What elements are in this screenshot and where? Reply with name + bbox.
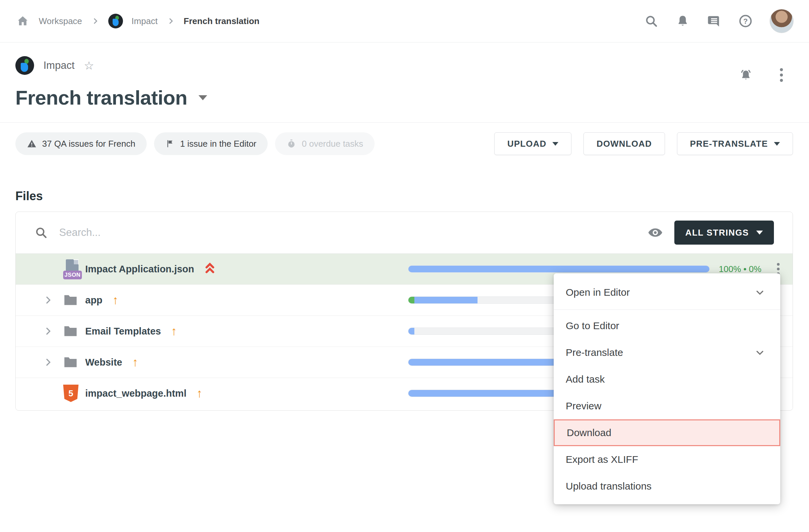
- file-name: app: [85, 295, 103, 306]
- menu-item-label: Open in Editor: [566, 287, 630, 298]
- pretranslate-label: PRE-TRANSLATE: [690, 139, 768, 149]
- qa-issues-badge[interactable]: 37 QA issues for French: [15, 132, 147, 155]
- menu-item-label: Download: [567, 427, 611, 439]
- download-button[interactable]: DOWNLOAD: [583, 132, 665, 155]
- files-heading: Files: [15, 189, 43, 203]
- chevron-down-icon: [552, 142, 558, 146]
- folder-icon: [63, 356, 78, 369]
- progress-segment-blue: [414, 297, 478, 304]
- file-name: Email Templates: [85, 326, 161, 337]
- project-name[interactable]: Impact: [44, 59, 74, 71]
- strings-filter-button[interactable]: ALL STRINGS: [674, 221, 774, 245]
- menu-divider: [554, 309, 780, 310]
- json-file-icon: JSON: [63, 259, 82, 279]
- divider: [0, 122, 809, 123]
- search-input[interactable]: [59, 227, 561, 239]
- expand-chevron-icon[interactable]: [43, 326, 53, 336]
- overdue-tasks-label: 0 overdue tasks: [302, 139, 363, 149]
- menu-item-export-as-xliff[interactable]: Export as XLIFF: [554, 446, 780, 473]
- menu-item-label: Add task: [566, 374, 605, 385]
- chevron-down-icon: [754, 287, 765, 298]
- eye-icon[interactable]: [648, 225, 663, 240]
- upload-label: UPLOAD: [507, 139, 546, 149]
- title-dropdown-icon[interactable]: [199, 95, 207, 100]
- page: Workspace Impact French translation ?: [0, 0, 809, 532]
- expand-chevron-icon[interactable]: [43, 295, 53, 305]
- menu-item-label: Preview: [566, 400, 602, 412]
- warning-icon: [27, 139, 37, 149]
- file-context-menu: Open in EditorGo to EditorPre-translateA…: [554, 273, 780, 504]
- breadcrumb-current: French translation: [184, 16, 260, 27]
- project-logo[interactable]: [108, 14, 123, 29]
- breadcrumb-workspace[interactable]: Workspace: [39, 16, 82, 27]
- breadcrumb: Workspace Impact French translation: [15, 14, 259, 29]
- menu-item-label: Pre-translate: [566, 347, 623, 358]
- status-badges: 37 QA issues for French 1 issue in the E…: [15, 132, 375, 155]
- project-tools: [739, 66, 785, 84]
- title-row: French translation: [15, 86, 207, 109]
- top-icons: ?: [644, 9, 794, 33]
- help-icon[interactable]: ?: [738, 14, 753, 29]
- breadcrumb-project[interactable]: Impact: [132, 16, 158, 27]
- upload-arrow-icon: ↑: [132, 355, 138, 369]
- menu-item-label: Upload translations: [566, 481, 652, 492]
- progress-stats: 100% • 0%: [719, 264, 761, 274]
- menu-item-label: Go to Editor: [566, 320, 619, 331]
- menu-item-add-task[interactable]: Add task: [554, 366, 780, 393]
- top-bar: Workspace Impact French translation ?: [0, 0, 809, 42]
- upload-button[interactable]: UPLOAD: [494, 132, 571, 155]
- qa-issues-label: 37 QA issues for French: [42, 139, 135, 149]
- chevron-down-icon: [756, 230, 763, 235]
- progress-segment-green: [408, 297, 414, 304]
- notifications-icon[interactable]: [675, 14, 690, 29]
- pretranslate-button[interactable]: PRE-TRANSLATE: [677, 132, 793, 155]
- home-icon[interactable]: [15, 14, 30, 29]
- project-kebab-icon[interactable]: [778, 66, 785, 84]
- chevron-down-icon: [774, 142, 780, 146]
- upload-arrow-icon: ↑: [113, 293, 119, 307]
- html-file-icon: 5: [63, 384, 79, 402]
- avatar[interactable]: [770, 9, 794, 33]
- folder-icon: [63, 293, 78, 307]
- progress-bar: [408, 265, 710, 273]
- strings-filter-label: ALL STRINGS: [685, 227, 749, 238]
- chevron-down-icon: [754, 347, 765, 358]
- project-logo: [15, 56, 34, 75]
- menu-item-open-in-editor[interactable]: Open in Editor: [554, 278, 780, 307]
- search-icon: [34, 226, 48, 239]
- chat-icon[interactable]: [707, 14, 721, 29]
- file-name: Website: [85, 357, 122, 368]
- expand-chevron-icon[interactable]: [43, 357, 53, 367]
- flag-icon: [166, 139, 175, 148]
- action-buttons: UPLOAD DOWNLOAD PRE-TRANSLATE: [494, 132, 793, 155]
- menu-item-upload-translations[interactable]: Upload translations: [554, 473, 780, 500]
- stopwatch-icon: [286, 139, 296, 149]
- overdue-tasks-badge[interactable]: 0 overdue tasks: [275, 132, 375, 155]
- star-icon[interactable]: ☆: [84, 60, 94, 71]
- upload-arrow-icon: ↑: [171, 324, 177, 338]
- progress-segment-blue: [408, 328, 414, 334]
- menu-item-pre-translate[interactable]: Pre-translate: [554, 339, 780, 366]
- chevron-right-icon: [91, 17, 100, 25]
- menu-item-go-to-editor[interactable]: Go to Editor: [554, 312, 780, 339]
- file-name: impact_webpage.html: [85, 388, 187, 399]
- file-name: Impact Application.json: [85, 264, 194, 275]
- priority-high-icon: [204, 262, 216, 275]
- menu-item-label: Export as XLIFF: [566, 454, 638, 465]
- progress-segment-blue: [408, 266, 709, 272]
- menu-item-preview[interactable]: Preview: [554, 393, 780, 419]
- download-label: DOWNLOAD: [597, 139, 652, 149]
- files-search-row: ALL STRINGS: [16, 212, 793, 253]
- menu-item-download[interactable]: Download: [554, 419, 780, 446]
- editor-issues-label: 1 issue in the Editor: [180, 139, 256, 149]
- page-title: French translation: [15, 86, 187, 109]
- svg-text:?: ?: [743, 17, 747, 25]
- project-header: Impact ☆: [15, 56, 94, 75]
- editor-issues-badge[interactable]: 1 issue in the Editor: [154, 132, 268, 155]
- subscribe-bell-icon[interactable]: [739, 68, 753, 83]
- meta-row: 37 QA issues for French 1 issue in the E…: [15, 132, 793, 155]
- search-icon[interactable]: [644, 14, 659, 29]
- chevron-right-icon: [167, 17, 175, 25]
- upload-arrow-icon: ↑: [196, 386, 203, 400]
- folder-icon: [63, 325, 78, 338]
